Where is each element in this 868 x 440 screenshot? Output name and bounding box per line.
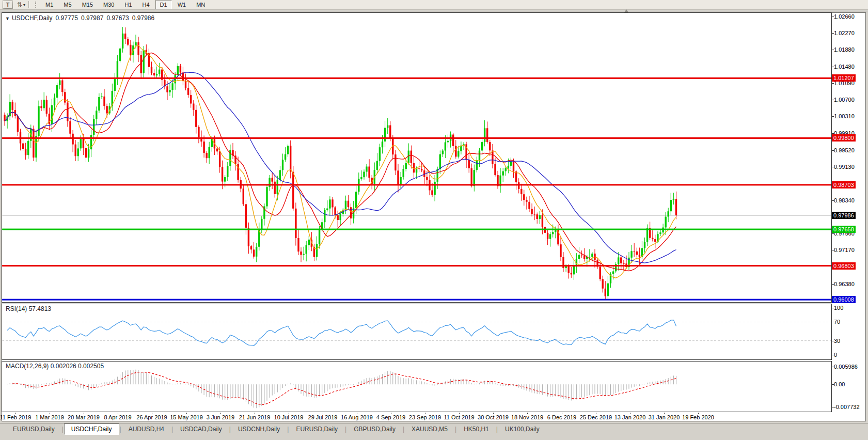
date-axis-label: 18 Nov 2019 [511, 414, 543, 420]
date-axis-label: 19 Feb 2020 [682, 414, 714, 420]
timeframe-button-d1[interactable]: D1 [155, 0, 172, 9]
macd-indicator-label: MACD(12,26,9) 0.002026 0.002505 [6, 363, 104, 370]
price-level-badge: 0.96803 [832, 262, 856, 270]
cursor-tools-button[interactable]: ⇅ ▾ [17, 1, 25, 8]
date-axis-label: 26 Apr 2019 [136, 414, 167, 420]
chart-tab-audusd-h4[interactable]: AUDUSD,H4 [122, 424, 171, 434]
price-axis-label: 0.99130 [834, 164, 855, 170]
chart-title: ▼USDCHF,Daily0.977750.979870.976730.9798… [5, 14, 157, 22]
chart-tab-xauusd-m5[interactable]: XAUUSD,M5 [405, 424, 454, 434]
price-axis-label: 1.01880 [834, 46, 855, 53]
price-axis-label: 1.02270 [834, 30, 855, 36]
price-axis-label: 1.00700 [834, 97, 855, 103]
price-level-badge: 0.96008 [832, 296, 856, 303]
macd-plot[interactable] [2, 362, 831, 412]
timeframe-button-m15[interactable]: M15 [77, 0, 98, 9]
date-axis-label: 29 Jul 2019 [308, 414, 338, 420]
date-axis-label: 31 Jan 2020 [649, 414, 680, 420]
price-axis-label: 0.97170 [834, 247, 855, 253]
date-axis-label: 8 Apr 2019 [104, 414, 131, 420]
chart-tab-bar: EURUSD,Daily|USDCHF,Daily|AUDUSD,H4|USDC… [0, 423, 868, 435]
timeframe-button-m5[interactable]: M5 [59, 0, 76, 9]
date-axis-label: 21 Jun 2019 [239, 414, 271, 420]
timeframe-button-w1[interactable]: W1 [173, 0, 191, 9]
price-level-badge: 1.01207 [832, 74, 856, 82]
macd-axis-label: 0.005986 [834, 364, 858, 370]
price-level-badge: 0.99800 [832, 134, 856, 142]
price-axis-label: 1.00310 [834, 113, 855, 119]
rsi-axis-label: 0 [834, 352, 837, 358]
date-axis-label: 16 Aug 2019 [341, 414, 373, 420]
chart-tab-eurusd-daily[interactable]: EURUSD,Daily [289, 424, 344, 434]
date-axis-label: 10 Jul 2019 [274, 414, 304, 420]
chart-tab-usdcad-daily[interactable]: USDCAD,Daily [173, 424, 229, 434]
timeframe-button-mn[interactable]: MN [192, 0, 210, 9]
chart-tab-gbpusd-daily[interactable]: GBPUSD,Daily [347, 424, 402, 434]
ohlc-high: 0.97987 [81, 14, 103, 22]
chart-tab-uk100-daily[interactable]: UK100,Daily [498, 424, 546, 434]
price-axis-label: 1.02660 [834, 13, 855, 20]
price-axis-label: 1.01480 [834, 64, 855, 70]
rsi-pane[interactable] [2, 304, 832, 360]
macd-axis-label: 0.00 [834, 381, 845, 387]
ohlc-open: 0.97775 [56, 14, 78, 22]
text-tool-button[interactable]: T [3, 1, 13, 9]
date-axis-label: 20 Mar 2019 [68, 414, 100, 420]
date-axis-label: 11 Feb 2019 [0, 414, 31, 420]
date-axis-label: 23 Sep 2019 [409, 414, 441, 420]
top-toolbar: T ⇅ ▾ M1M5M15M30H1H4D1W1MN [0, 0, 868, 10]
chart-tab-usdcnh-daily[interactable]: USDCNH,Daily [231, 424, 287, 434]
chart-tab-usdchf-daily[interactable]: USDCHF,Daily [64, 423, 119, 435]
timeframe-button-m1[interactable]: M1 [41, 0, 58, 9]
date-axis-label: 1 Mar 2019 [35, 414, 64, 420]
chart-tab-eurusd-daily[interactable]: EURUSD,Daily [6, 424, 61, 434]
date-axis-label: 3 Jun 2019 [207, 414, 234, 420]
date-axis-label: 15 May 2019 [170, 414, 203, 420]
timeframe-button-group: M1M5M15M30H1H4D1W1MN [40, 0, 210, 9]
main-price-pane[interactable] [2, 12, 832, 303]
price-level-badge: 0.97658 [832, 226, 856, 233]
timeframe-button-m30[interactable]: M30 [99, 0, 119, 9]
date-axis-label: 4 Sep 2019 [376, 414, 405, 420]
toolbar-drag-handle[interactable] [35, 2, 38, 8]
candlestick-plot[interactable] [2, 13, 831, 302]
chart-symbol-label: USDCHF,Daily [12, 14, 53, 22]
price-axis-label: 0.96380 [834, 281, 855, 287]
price-level-badge: 0.98703 [832, 181, 856, 188]
chart-tab-hk50-h1[interactable]: HK50,H1 [457, 424, 496, 434]
rsi-indicator-label: RSI(14) 57.4813 [6, 305, 51, 312]
rsi-plot[interactable] [2, 304, 831, 359]
toolbar-separator [28, 1, 29, 8]
text-tool-icon: T [6, 2, 10, 8]
timeframe-button-h4[interactable]: H4 [138, 0, 154, 9]
macd-pane[interactable] [2, 361, 832, 412]
ohlc-close: 0.97986 [132, 14, 154, 22]
ohlc-low: 0.97673 [106, 14, 129, 22]
date-axis-label: 6 Dec 2019 [547, 414, 576, 420]
date-axis-label: 11 Oct 2019 [444, 414, 474, 420]
price-level-badge: 0.97986 [832, 212, 856, 219]
rsi-axis-label: 100 [834, 305, 843, 311]
price-axis-label: 0.99520 [834, 147, 855, 153]
date-axis-label: 30 Oct 2019 [478, 414, 509, 420]
dropdown-caret-icon: ▾ [23, 3, 25, 7]
date-axis-label: 13 Jan 2020 [614, 414, 646, 420]
arrows-icon: ⇅ [17, 1, 22, 8]
date-axis-label: 25 Dec 2019 [580, 414, 612, 420]
timeframe-button-h1[interactable]: H1 [120, 0, 136, 9]
macd-axis-label: -0.007732 [834, 404, 860, 410]
rsi-axis-label: 70 [834, 319, 840, 325]
rsi-axis-label: 30 [834, 338, 840, 344]
collapse-triangle-icon: ▼ [5, 16, 10, 21]
price-axis-label: 0.98340 [834, 197, 855, 203]
